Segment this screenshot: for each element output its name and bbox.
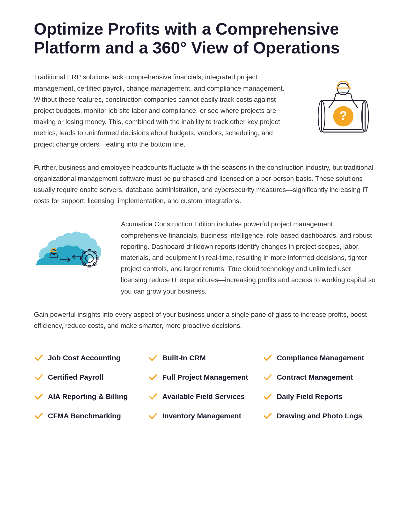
check-icon-drawing-photos [263,411,272,421]
feature-label-compliance: Compliance Management [277,353,364,362]
feature-contract: Contract Management [263,368,377,387]
feature-certified-payroll: Certified Payroll [34,368,148,387]
check-icon-job-cost [34,353,44,363]
feature-label-job-cost: Job Cost Accounting [48,353,121,362]
intro-paragraph: Traditional ERP solutions lack comprehen… [34,72,295,150]
check-icon-aia-reporting [34,392,44,401]
acumatica-paragraph: Acumatica Construction Edition includes … [121,218,377,297]
feature-label-drawing-photos: Drawing and Photo Logs [277,412,362,420]
check-icon-inventory [148,411,158,421]
check-icon-field-services [148,392,158,401]
check-icon-contract [263,372,272,382]
feature-col-3: Compliance Management Contract Managemen… [263,348,377,426]
feature-label-cfma: CFMA Benchmarking [48,412,121,420]
paragraph-4: Gain powerful insights into every aspect… [34,309,377,331]
feature-label-certified-payroll: Certified Payroll [48,373,103,382]
svg-line-9 [353,101,358,108]
page-title: Optimize Profits with a Comprehensive Pl… [34,19,377,57]
feature-compliance: Compliance Management [263,348,377,368]
feature-label-field-services: Available Field Services [162,392,245,401]
feature-col-1: Job Cost Accounting Certified Payroll AI… [34,348,148,426]
feature-label-project-management: Full Project Management [162,373,248,382]
mid-section: Acumatica Construction Edition includes … [34,218,377,297]
worker-icon-container: ? [309,72,377,134]
check-icon-certified-payroll [34,372,44,382]
cloud-worker-gear-icon [34,218,106,277]
check-icon-cfma [34,411,44,421]
check-icon-project-management [148,372,158,382]
feature-label-inventory: Inventory Management [162,412,241,420]
svg-line-8 [329,101,334,108]
feature-project-management: Full Project Management [148,368,262,387]
feature-cfma: CFMA Benchmarking [34,406,148,426]
feature-drawing-photos: Drawing and Photo Logs [263,406,377,426]
feature-label-contract: Contract Management [277,373,353,382]
feature-job-cost: Job Cost Accounting [34,348,148,368]
feature-daily-reports: Daily Field Reports [263,387,377,406]
check-icon-compliance [263,353,272,363]
svg-text:?: ? [339,109,347,123]
worker-blueprint-icon: ? [314,76,372,134]
feature-inventory: Inventory Management [148,406,262,426]
check-icon-crm [148,353,158,363]
feature-label-crm: Built-In CRM [162,353,206,362]
cloud-icon-container [34,218,106,277]
feature-aia-reporting: AIA Reporting & Billing [34,387,148,406]
paragraph-2: Further, business and employee headcount… [34,162,377,207]
feature-field-services: Available Field Services [148,387,262,406]
intro-section: Traditional ERP solutions lack comprehen… [34,72,377,150]
feature-label-aia-reporting: AIA Reporting & Billing [48,392,128,401]
check-icon-daily-reports [263,392,272,401]
feature-col-2: Built-In CRM Full Project Management Ava… [148,348,262,426]
feature-crm: Built-In CRM [148,348,262,368]
feature-label-daily-reports: Daily Field Reports [277,392,343,401]
features-section: Job Cost Accounting Certified Payroll AI… [34,348,377,426]
